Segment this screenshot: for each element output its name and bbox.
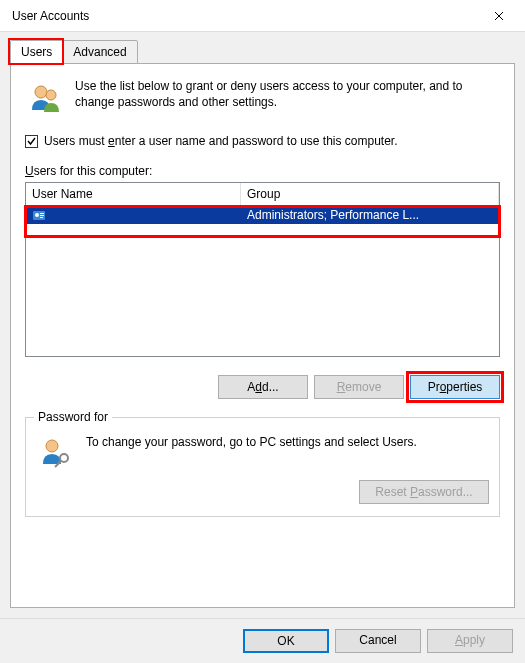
keys-icon — [38, 434, 74, 470]
tab-advanced[interactable]: Advanced — [62, 40, 137, 64]
add-button[interactable]: Add... — [218, 375, 308, 399]
user-row-icon — [32, 208, 46, 222]
users-icon — [27, 80, 63, 116]
password-group: Password for To change your password, go… — [25, 417, 500, 517]
titlebar: User Accounts — [0, 0, 525, 32]
svg-rect-5 — [40, 215, 44, 216]
svg-point-7 — [46, 440, 58, 452]
apply-button: Apply — [427, 629, 513, 653]
cancel-button[interactable]: Cancel — [335, 629, 421, 653]
password-text: To change your password, go to PC settin… — [86, 434, 489, 450]
close-button[interactable] — [477, 1, 521, 31]
intro-row: Use the list below to grant or deny user… — [25, 78, 500, 116]
tab-strip: Users Advanced — [10, 40, 515, 64]
checkbox-label: Users must enter a user name and passwor… — [44, 134, 398, 148]
remove-button: Remove — [314, 375, 404, 399]
cell-username — [26, 207, 241, 223]
require-password-checkbox[interactable]: Users must enter a user name and passwor… — [25, 134, 500, 148]
checkbox-icon — [25, 135, 38, 148]
window-title: User Accounts — [12, 9, 477, 23]
tab-page-users: Use the list below to grant or deny user… — [10, 63, 515, 608]
users-list-label: Users for this computer: — [25, 164, 500, 178]
svg-point-8 — [60, 454, 68, 462]
ok-button[interactable]: OK — [243, 629, 329, 653]
svg-point-1 — [46, 90, 56, 100]
properties-button[interactable]: Properties — [410, 375, 500, 399]
user-buttons-row: Add... Remove Properties — [25, 375, 500, 399]
users-listview[interactable]: User Name Group Administra — [25, 182, 500, 357]
dialog-footer: OK Cancel Apply — [0, 618, 525, 663]
svg-point-3 — [35, 213, 39, 217]
svg-point-0 — [35, 86, 47, 98]
user-accounts-dialog: User Accounts Users Advanced Use the lis… — [0, 0, 525, 663]
table-row[interactable]: Administrators; Performance L... — [26, 206, 499, 224]
password-legend: Password for — [34, 410, 112, 424]
cell-group: Administrators; Performance L... — [241, 207, 499, 223]
close-icon — [494, 11, 504, 21]
svg-rect-6 — [40, 217, 43, 218]
column-username[interactable]: User Name — [26, 183, 241, 206]
tab-users[interactable]: Users — [10, 40, 63, 64]
svg-rect-4 — [40, 213, 44, 214]
intro-text: Use the list below to grant or deny user… — [75, 78, 500, 116]
content-area: Users Advanced Use the list below to gra… — [0, 32, 525, 618]
listview-header: User Name Group — [26, 183, 499, 206]
reset-password-button: Reset Password... — [359, 480, 489, 504]
column-group[interactable]: Group — [241, 183, 499, 206]
